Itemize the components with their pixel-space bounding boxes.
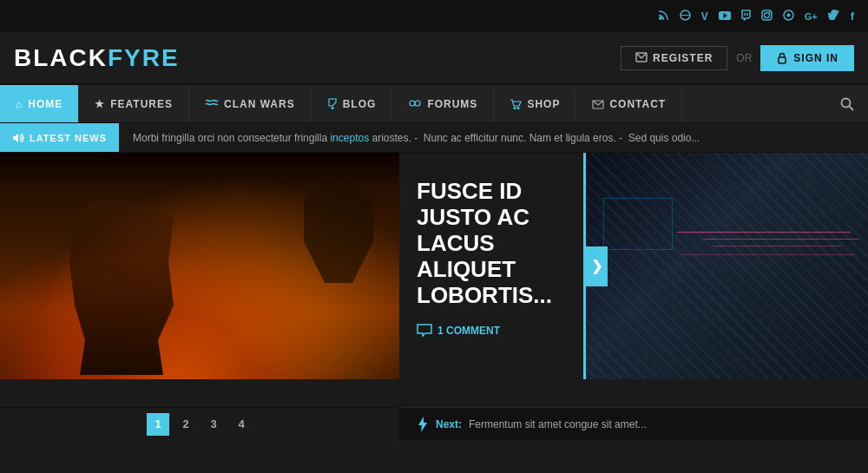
ticker-highlight: inceptos	[330, 132, 369, 144]
nav-item-features[interactable]: ★ FEATURES	[79, 85, 189, 122]
nav-label-clan-wars: CLAN WARS	[224, 98, 295, 110]
next-slide-button[interactable]: ❯	[586, 246, 608, 286]
news-ticker: LATEST NEWS Morbi fringilla orci non con…	[0, 123, 868, 153]
pagination: 1 2 3 4	[0, 407, 399, 440]
svg-point-0	[659, 16, 662, 20]
svg-point-15	[415, 101, 420, 106]
sci-box	[603, 198, 673, 250]
twitch-icon[interactable]	[741, 10, 751, 23]
or-separator: OR	[736, 52, 752, 64]
page-3-button[interactable]: 3	[202, 413, 225, 436]
comment-bubble-icon	[417, 324, 432, 338]
social-bar: V G+ f	[0, 0, 868, 33]
svg-line-20	[850, 106, 854, 110]
svg-rect-11	[779, 57, 786, 63]
twitter-icon[interactable]	[828, 10, 840, 23]
page-2-button[interactable]: 2	[174, 413, 197, 436]
ticker-label: LATEST NEWS	[0, 123, 119, 152]
ticker-text1-end: ariostes. -	[369, 132, 418, 144]
sci-line-3	[712, 246, 842, 246]
register-button[interactable]: REGISTER	[621, 46, 727, 70]
register-label: REGISTER	[653, 52, 713, 64]
svg-point-17	[517, 107, 520, 109]
clan-icon	[205, 98, 219, 110]
page-1-button[interactable]: 1	[147, 413, 169, 436]
nav-label-blog: BLOG	[343, 98, 377, 110]
svg-point-6	[764, 12, 769, 17]
nav-label-contact: CONTACT	[609, 98, 666, 110]
site-logo[interactable]: BLACKFYRE	[14, 44, 180, 72]
register-icon	[635, 52, 648, 64]
nav-label-forums: FORUMS	[427, 98, 477, 110]
logo-fyre: FYRE	[108, 44, 180, 71]
dribbble-icon[interactable]	[680, 10, 691, 23]
contact-icon	[592, 98, 604, 110]
knight-body	[69, 201, 174, 375]
ticker-text3: Sed quis odio...	[628, 132, 700, 144]
nav-item-clan-wars[interactable]: CLAN WARS	[189, 85, 312, 122]
next-bar: Next: Fermentum sit amet congue sit amet…	[399, 407, 868, 440]
svg-point-14	[410, 101, 415, 106]
svg-marker-21	[418, 417, 427, 432]
ticker-text1: Morbi fringilla orci non consectetur fri…	[133, 132, 330, 144]
auth-area: REGISTER OR SIGN IN	[621, 45, 854, 71]
ticker-text2: Nunc ac efficitur nunc. Nam et ligula er…	[424, 132, 622, 144]
nav-item-contact[interactable]: CONTACT	[576, 85, 682, 122]
signin-label: SIGN IN	[793, 52, 838, 64]
nav-item-shop[interactable]: SHOP	[494, 85, 576, 122]
sci-line-1	[677, 232, 851, 233]
header: BLACKFYRE REGISTER OR SIGN IN	[0, 33, 868, 85]
shop-icon	[510, 97, 522, 109]
lightning-icon	[417, 417, 429, 432]
google-plus-icon[interactable]: G+	[805, 11, 818, 22]
svg-point-13	[331, 107, 333, 109]
sci-line-4	[681, 254, 855, 255]
star-icon: ★	[95, 98, 105, 110]
search-button[interactable]	[826, 85, 868, 122]
main-nav: ⌂ HOME ★ FEATURES CLAN WARS BLOG FORUMS …	[0, 85, 868, 123]
instagram-icon[interactable]	[761, 10, 773, 23]
sci-line-2	[703, 239, 859, 240]
article-info: FUSCE ID JUSTO AC LACUS ALIQUET LOBORTIS…	[399, 153, 586, 379]
facebook-icon[interactable]: f	[851, 10, 854, 23]
svg-rect-5	[762, 10, 772, 20]
comments-count: 1 COMMENT	[437, 325, 500, 337]
blog-icon	[327, 97, 338, 110]
youtube-icon[interactable]	[719, 10, 731, 23]
hero-top-fade	[0, 153, 399, 187]
next-text: Fermentum sit amet congue sit amet...	[469, 418, 647, 430]
logo-black: BLACK	[14, 44, 108, 71]
article-meta[interactable]: 1 COMMENT	[417, 324, 566, 338]
nav-label-home: HOME	[28, 98, 62, 110]
nav-label-shop: SHOP	[527, 98, 560, 110]
ticker-label-text: LATEST NEWS	[30, 133, 107, 143]
nav-item-forums[interactable]: FORUMS	[392, 85, 494, 122]
article-title[interactable]: FUSCE ID JUSTO AC LACUS ALIQUET LOBORTIS…	[417, 179, 566, 308]
megaphone-icon	[12, 133, 24, 143]
svg-point-19	[842, 98, 851, 107]
main-content: FUSCE ID JUSTO AC LACUS ALIQUET LOBORTIS…	[0, 153, 868, 440]
home-icon: ⌂	[16, 98, 23, 110]
svg-point-9	[786, 13, 790, 16]
steam-icon[interactable]	[783, 10, 794, 23]
side-panel: ❯	[586, 153, 868, 379]
nav-label-features: FEATURES	[110, 98, 173, 110]
hero-image	[0, 153, 399, 379]
page-4-button[interactable]: 4	[230, 413, 253, 436]
signin-button[interactable]: SIGN IN	[760, 45, 854, 71]
svg-point-7	[768, 11, 770, 13]
rss-icon[interactable]	[658, 10, 669, 23]
forums-icon	[408, 98, 422, 110]
svg-point-16	[514, 107, 516, 109]
nav-item-blog[interactable]: BLOG	[312, 85, 393, 122]
side-overlay	[586, 153, 868, 379]
next-label: Next:	[436, 418, 462, 430]
vine-icon[interactable]: V	[701, 10, 708, 23]
ticker-content: Morbi fringilla orci non consectetur fri…	[119, 132, 713, 144]
lock-icon	[776, 52, 788, 64]
nav-item-home[interactable]: ⌂ HOME	[0, 85, 79, 122]
